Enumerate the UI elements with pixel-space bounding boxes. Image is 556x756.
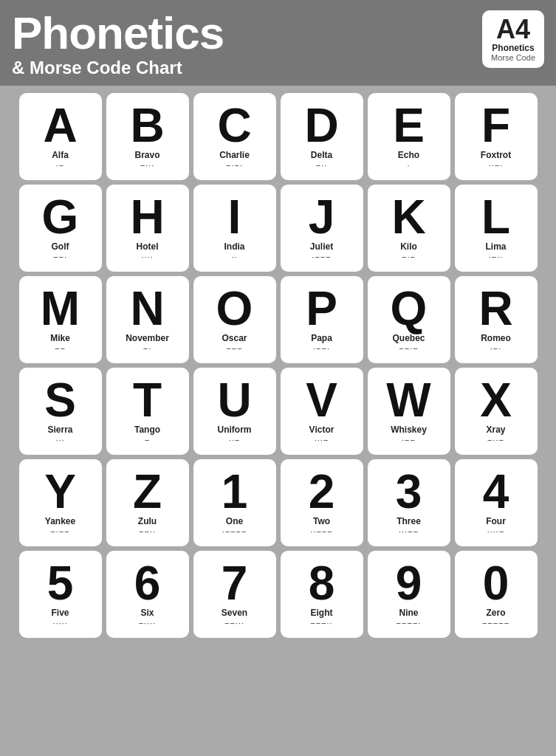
cell-letter-K: K: [391, 193, 425, 241]
cell-word-7: Seven: [222, 608, 247, 618]
cell-letter-O: O: [216, 285, 253, 332]
cell-morse-Z: −−··: [139, 527, 156, 536]
cell-morse-7: −−···: [224, 619, 244, 628]
cell-morse-4: ····−: [487, 527, 505, 536]
cell-morse-O: −−−: [226, 344, 242, 353]
cell-morse-6: −····: [139, 619, 157, 628]
cell-I: IIndia··: [193, 185, 276, 272]
badge-a4: A4: [491, 16, 535, 43]
header-title: Phonetics: [12, 10, 224, 56]
cell-C: CCharlie−·−·: [193, 93, 276, 180]
cell-word-P: Papa: [311, 333, 332, 343]
cell-X: XXray−··−: [455, 368, 538, 455]
grid-row-3: SSierra···TTango−UUniform··−VVictor···−W…: [6, 368, 550, 455]
cell-word-N: November: [126, 333, 169, 343]
cell-letter-0: 0: [483, 560, 509, 607]
cell-5: 5Five·····: [19, 551, 102, 638]
cell-word-U: Uniform: [218, 425, 252, 435]
header-left: Phonetics & Morse Code Chart: [12, 10, 224, 78]
cell-word-G: Golf: [52, 241, 69, 252]
header: Phonetics & Morse Code Chart A4 Phonetic…: [0, 0, 556, 86]
cell-morse-Q: −−·−: [399, 344, 418, 353]
cell-morse-J: ·−−−: [312, 252, 331, 261]
cell-letter-Z: Z: [133, 468, 162, 515]
cell-word-6: Six: [140, 608, 154, 618]
grid-row-2: MMike−−NNovember−·OOscar−−−PPapa·−−·QQue…: [6, 276, 550, 363]
cell-Q: QQuebec−−·−: [368, 276, 450, 363]
header-badge: A4 Phonetics Morse Code: [482, 10, 544, 68]
cell-word-2: Two: [313, 516, 330, 526]
cell-9: 9Nine−−−−·: [368, 551, 450, 638]
cell-word-4: Four: [486, 516, 506, 526]
cell-word-O: Oscar: [222, 333, 247, 343]
cell-word-5: Five: [51, 608, 69, 618]
cell-M: MMike−−: [19, 276, 102, 363]
cell-word-H: Hotel: [137, 241, 159, 252]
cell-word-I: India: [224, 241, 244, 252]
cell-morse-B: −···: [140, 161, 155, 170]
cell-letter-Y: Y: [44, 468, 76, 515]
cell-morse-U: ··−: [229, 436, 241, 444]
cell-F: FFoxtrot··−·: [455, 93, 538, 180]
cell-morse-L: ·−··: [489, 252, 504, 261]
cell-6: 6Six−····: [106, 551, 189, 638]
cell-morse-X: −··−: [487, 436, 504, 444]
cell-word-F: Foxtrot: [481, 150, 511, 160]
cell-morse-1: ·−−−−: [222, 527, 247, 536]
cell-O: OOscar−−−: [193, 276, 276, 363]
cell-0: 0Zero−−−−−: [455, 551, 538, 638]
cell-morse-A: ·−: [56, 161, 64, 170]
cell-word-B: Bravo: [134, 150, 159, 160]
cell-morse-E: ·: [407, 161, 410, 170]
cell-2: 2Two··−−−: [281, 459, 363, 546]
cell-letter-3: 3: [396, 468, 422, 515]
cell-morse-D: −··: [316, 161, 328, 170]
header-subtitle: & Morse Code Chart: [12, 58, 224, 78]
cell-letter-D: D: [304, 102, 338, 149]
cell-letter-W: W: [386, 377, 430, 424]
cell-morse-C: −·−·: [226, 161, 243, 170]
cell-word-D: Delta: [311, 150, 332, 160]
cell-letter-V: V: [306, 377, 337, 424]
cell-letter-4: 4: [483, 468, 509, 515]
cell-letter-9: 9: [396, 560, 422, 607]
cell-word-K: Kilo: [400, 241, 417, 252]
cell-Z: ZZulu−−··: [106, 459, 189, 546]
cell-E: EEcho·: [368, 93, 450, 180]
cell-word-V: Victor: [309, 425, 334, 435]
cell-morse-8: −−−··: [310, 619, 332, 628]
grid-row-1: GGolf−−·HHotel····IIndia··JJuliet·−−−KKi…: [6, 185, 550, 272]
cell-8: 8Eight−−−··: [281, 551, 363, 638]
badge-phonetics: Phonetics: [491, 43, 535, 53]
cell-word-T: Tango: [134, 425, 160, 435]
cell-word-A: Alfa: [52, 150, 69, 160]
cell-morse-H: ····: [141, 252, 153, 261]
cell-word-R: Romeo: [481, 333, 511, 343]
cell-letter-U: U: [217, 377, 251, 424]
cell-letter-E: E: [393, 102, 425, 149]
cell-word-S: Sierra: [47, 425, 72, 435]
cell-letter-G: G: [42, 193, 79, 241]
grid-row-4: YYankee−·−−ZZulu−−··1One·−−−−2Two··−−−3T…: [6, 459, 550, 546]
cell-U: UUniform··−: [193, 368, 276, 455]
cell-morse-I: ··: [231, 252, 237, 261]
cell-letter-A: A: [43, 102, 77, 149]
cell-letter-F: F: [481, 102, 510, 149]
cell-R: RRomeo·−·: [455, 276, 538, 363]
cell-letter-Q: Q: [391, 285, 428, 332]
cell-word-C: Charlie: [219, 150, 250, 160]
cell-morse-5: ·····: [52, 619, 67, 628]
cell-W: WWhiskey·−−: [368, 368, 450, 455]
cell-morse-G: −−·: [53, 252, 67, 261]
cell-P: PPapa·−−·: [281, 276, 363, 363]
cell-morse-V: ···−: [315, 436, 329, 444]
cell-letter-2: 2: [309, 468, 335, 515]
cell-word-M: Mike: [50, 333, 70, 343]
cell-morse-3: ···−−: [399, 527, 419, 536]
cell-G: GGolf−−·: [19, 185, 102, 272]
cell-letter-R: R: [478, 285, 512, 332]
grid-row-0: AAlfa·−BBravo−···CCharlie−·−·DDelta−··EE…: [6, 93, 550, 180]
cell-morse-P: ·−−·: [313, 344, 330, 353]
cell-3: 3Three···−−: [368, 459, 450, 546]
cell-word-X: Xray: [486, 425, 505, 435]
